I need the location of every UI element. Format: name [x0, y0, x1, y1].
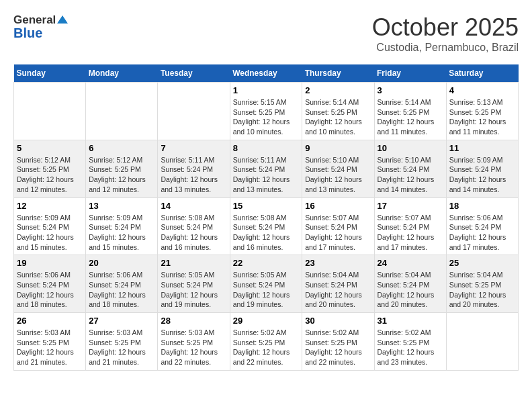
calendar-table: SundayMondayTuesdayWednesdayThursdayFrid…: [13, 64, 519, 371]
calendar-cell: 12Sunrise: 5:09 AM Sunset: 5:24 PM Dayli…: [14, 197, 86, 255]
calendar-cell: 23Sunrise: 5:04 AM Sunset: 5:24 PM Dayli…: [302, 255, 374, 313]
day-number: 20: [89, 258, 154, 268]
day-info: Sunrise: 5:13 AM Sunset: 5:25 PM Dayligh…: [449, 97, 515, 137]
day-info: Sunrise: 5:02 AM Sunset: 5:25 PM Dayligh…: [378, 328, 443, 367]
calendar-cell: 5Sunrise: 5:12 AM Sunset: 5:25 PM Daylig…: [14, 140, 86, 197]
day-number: 6: [89, 143, 154, 153]
day-info: Sunrise: 5:02 AM Sunset: 5:25 PM Dayligh…: [233, 328, 300, 367]
day-number: 9: [305, 143, 371, 153]
day-number: 31: [378, 316, 443, 326]
calendar-week-row: 26Sunrise: 5:03 AM Sunset: 5:25 PM Dayli…: [14, 313, 519, 371]
calendar-cell: [86, 83, 158, 140]
calendar-cell: [14, 83, 86, 140]
calendar-cell: [446, 313, 518, 371]
day-info: Sunrise: 5:09 AM Sunset: 5:24 PM Dayligh…: [89, 213, 154, 253]
calendar-cell: 26Sunrise: 5:03 AM Sunset: 5:25 PM Dayli…: [14, 313, 86, 371]
day-number: 19: [17, 258, 83, 268]
day-number: 13: [89, 201, 154, 211]
day-number: 27: [89, 316, 154, 326]
calendar-cell: 1Sunrise: 5:15 AM Sunset: 5:25 PM Daylig…: [230, 83, 302, 140]
day-info: Sunrise: 5:08 AM Sunset: 5:24 PM Dayligh…: [161, 213, 226, 253]
day-number: 17: [378, 201, 443, 211]
day-number: 30: [305, 316, 371, 326]
title-section: October 2025 Custodia, Pernambuco, Brazi…: [372, 13, 519, 54]
day-number: 16: [305, 201, 371, 211]
day-info: Sunrise: 5:04 AM Sunset: 5:24 PM Dayligh…: [305, 270, 371, 310]
weekday-header: Saturday: [446, 64, 518, 83]
month-title: October 2025: [372, 13, 519, 42]
day-number: 10: [378, 143, 443, 153]
day-info: Sunrise: 5:07 AM Sunset: 5:24 PM Dayligh…: [378, 213, 443, 253]
calendar-cell: 20Sunrise: 5:06 AM Sunset: 5:24 PM Dayli…: [86, 255, 158, 313]
calendar-cell: 15Sunrise: 5:08 AM Sunset: 5:24 PM Dayli…: [230, 197, 302, 255]
calendar-cell: 22Sunrise: 5:05 AM Sunset: 5:24 PM Dayli…: [230, 255, 302, 313]
calendar-cell: 19Sunrise: 5:06 AM Sunset: 5:24 PM Dayli…: [14, 255, 86, 313]
calendar-cell: 18Sunrise: 5:06 AM Sunset: 5:24 PM Dayli…: [446, 197, 518, 255]
day-info: Sunrise: 5:11 AM Sunset: 5:24 PM Dayligh…: [161, 155, 226, 195]
day-number: 5: [17, 143, 83, 153]
day-info: Sunrise: 5:12 AM Sunset: 5:25 PM Dayligh…: [17, 155, 83, 195]
day-number: 12: [17, 201, 83, 211]
day-number: 18: [449, 201, 515, 211]
day-info: Sunrise: 5:04 AM Sunset: 5:25 PM Dayligh…: [449, 270, 515, 310]
day-number: 21: [161, 258, 226, 268]
day-info: Sunrise: 5:15 AM Sunset: 5:25 PM Dayligh…: [233, 97, 300, 137]
calendar-week-row: 5Sunrise: 5:12 AM Sunset: 5:25 PM Daylig…: [14, 140, 519, 197]
day-info: Sunrise: 5:04 AM Sunset: 5:24 PM Dayligh…: [378, 270, 443, 310]
day-info: Sunrise: 5:12 AM Sunset: 5:25 PM Dayligh…: [89, 155, 154, 195]
calendar-week-row: 1Sunrise: 5:15 AM Sunset: 5:25 PM Daylig…: [14, 83, 519, 140]
day-number: 24: [378, 258, 443, 268]
page-header: General Blue October 2025 Custodia, Pern…: [13, 13, 519, 54]
calendar-cell: 9Sunrise: 5:10 AM Sunset: 5:24 PM Daylig…: [302, 140, 374, 197]
calendar-cell: 25Sunrise: 5:04 AM Sunset: 5:25 PM Dayli…: [446, 255, 518, 313]
day-number: 23: [305, 258, 371, 268]
day-number: 28: [161, 316, 226, 326]
calendar-cell: 8Sunrise: 5:11 AM Sunset: 5:24 PM Daylig…: [230, 140, 302, 197]
calendar-week-row: 12Sunrise: 5:09 AM Sunset: 5:24 PM Dayli…: [14, 197, 519, 255]
day-info: Sunrise: 5:08 AM Sunset: 5:24 PM Dayligh…: [233, 213, 300, 253]
day-info: Sunrise: 5:14 AM Sunset: 5:25 PM Dayligh…: [305, 97, 371, 137]
calendar-cell: 13Sunrise: 5:09 AM Sunset: 5:24 PM Dayli…: [86, 197, 158, 255]
day-number: 1: [233, 85, 300, 95]
weekday-header: Sunday: [14, 64, 86, 83]
day-number: 14: [161, 201, 226, 211]
calendar-cell: [158, 83, 230, 140]
calendar-cell: 10Sunrise: 5:10 AM Sunset: 5:24 PM Dayli…: [374, 140, 446, 197]
calendar-cell: 16Sunrise: 5:07 AM Sunset: 5:24 PM Dayli…: [302, 197, 374, 255]
day-number: 22: [233, 258, 300, 268]
logo-blue: Blue: [13, 26, 69, 41]
day-info: Sunrise: 5:03 AM Sunset: 5:25 PM Dayligh…: [89, 328, 154, 367]
day-info: Sunrise: 5:07 AM Sunset: 5:24 PM Dayligh…: [305, 213, 371, 253]
logo-general: General: [13, 13, 56, 27]
calendar-cell: 4Sunrise: 5:13 AM Sunset: 5:25 PM Daylig…: [446, 83, 518, 140]
day-number: 25: [449, 258, 515, 268]
day-number: 8: [233, 143, 300, 153]
day-info: Sunrise: 5:06 AM Sunset: 5:24 PM Dayligh…: [17, 270, 83, 310]
day-info: Sunrise: 5:10 AM Sunset: 5:24 PM Dayligh…: [305, 155, 371, 195]
day-info: Sunrise: 5:09 AM Sunset: 5:24 PM Dayligh…: [449, 155, 515, 195]
weekday-header: Wednesday: [230, 64, 302, 83]
calendar-cell: 30Sunrise: 5:02 AM Sunset: 5:25 PM Dayli…: [302, 313, 374, 371]
calendar-cell: 7Sunrise: 5:11 AM Sunset: 5:24 PM Daylig…: [158, 140, 230, 197]
day-number: 11: [449, 143, 515, 153]
calendar-cell: 14Sunrise: 5:08 AM Sunset: 5:24 PM Dayli…: [158, 197, 230, 255]
calendar-cell: 17Sunrise: 5:07 AM Sunset: 5:24 PM Dayli…: [374, 197, 446, 255]
svg-marker-0: [57, 15, 68, 24]
day-info: Sunrise: 5:10 AM Sunset: 5:24 PM Dayligh…: [378, 155, 443, 195]
day-number: 26: [17, 316, 83, 326]
day-info: Sunrise: 5:06 AM Sunset: 5:24 PM Dayligh…: [89, 270, 154, 310]
calendar-cell: 24Sunrise: 5:04 AM Sunset: 5:24 PM Dayli…: [374, 255, 446, 313]
calendar-cell: 11Sunrise: 5:09 AM Sunset: 5:24 PM Dayli…: [446, 140, 518, 197]
weekday-header: Friday: [374, 64, 446, 83]
calendar-cell: 6Sunrise: 5:12 AM Sunset: 5:25 PM Daylig…: [86, 140, 158, 197]
day-number: 2: [305, 85, 371, 95]
calendar-cell: 21Sunrise: 5:05 AM Sunset: 5:24 PM Dayli…: [158, 255, 230, 313]
day-number: 3: [378, 85, 443, 95]
calendar-cell: 29Sunrise: 5:02 AM Sunset: 5:25 PM Dayli…: [230, 313, 302, 371]
weekday-header: Monday: [86, 64, 158, 83]
day-number: 29: [233, 316, 300, 326]
calendar-header-row: SundayMondayTuesdayWednesdayThursdayFrid…: [14, 64, 519, 83]
calendar-cell: 27Sunrise: 5:03 AM Sunset: 5:25 PM Dayli…: [86, 313, 158, 371]
logo: General Blue: [13, 13, 69, 41]
day-number: 15: [233, 201, 300, 211]
